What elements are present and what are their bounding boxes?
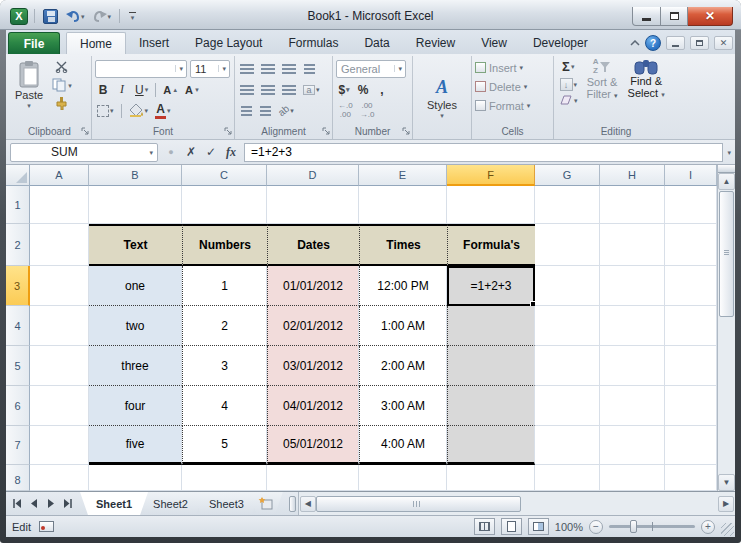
wrap-text-button[interactable] (301, 63, 317, 75)
cell[interactable] (665, 465, 717, 491)
find-select-button[interactable]: Find & Select ▾ (625, 58, 668, 107)
column-header-d[interactable]: D (267, 165, 359, 186)
column-header-c[interactable]: C (182, 165, 267, 186)
cell[interactable] (30, 426, 89, 465)
insert-worksheet-button[interactable] (249, 492, 283, 515)
horizontal-scrollbar[interactable]: ◀ ▶ (298, 492, 735, 515)
font-name-select[interactable]: ▾ (95, 60, 187, 78)
sheet-tab-sheet2[interactable]: Sheet2 (137, 492, 204, 515)
currency-format-button[interactable]: $▾ (336, 82, 352, 98)
autosum-button[interactable]: Σ▾ (557, 58, 580, 75)
column-header-h[interactable]: H (600, 165, 665, 186)
copy-button[interactable]: ▾ (50, 77, 74, 93)
resize-grip[interactable] (721, 523, 734, 536)
decrease-decimal-button[interactable]: .00→.0 (358, 101, 377, 121)
zoom-in-button[interactable]: + (701, 520, 715, 534)
maximize-button[interactable] (661, 7, 688, 26)
cell[interactable] (665, 306, 717, 346)
decrease-indent-button[interactable] (238, 105, 254, 117)
row-header-7[interactable]: 7 (6, 426, 30, 465)
cell[interactable] (30, 224, 89, 266)
cell[interactable] (89, 465, 182, 491)
cell[interactable] (600, 346, 665, 386)
cell-c6[interactable]: 4 (182, 386, 267, 426)
column-header-g[interactable]: G (535, 165, 600, 186)
cell-e3[interactable]: 12:00 PM (359, 266, 447, 306)
align-left-button[interactable] (238, 84, 256, 96)
cell-c3[interactable]: 1 (182, 266, 267, 306)
sheet-tab-sheet3[interactable]: Sheet3 (193, 492, 260, 515)
fill-color-button[interactable]: ▾ (127, 103, 151, 118)
tab-file[interactable]: File (8, 32, 60, 54)
increase-decimal-button[interactable]: ←.0.00 (336, 101, 355, 121)
cell-b4[interactable]: two (89, 306, 182, 346)
cell[interactable] (535, 386, 600, 426)
cell[interactable] (665, 186, 717, 224)
cell[interactable] (535, 266, 600, 306)
cell-b5[interactable]: three (89, 346, 182, 386)
row-header-3-selected[interactable]: 3 (6, 266, 30, 306)
alignment-dialog-launcher[interactable] (322, 125, 330, 137)
table-header-formulas[interactable]: Formula's (447, 224, 535, 266)
cell[interactable] (600, 426, 665, 465)
zoom-slider[interactable] (609, 525, 695, 528)
collapse-ribbon-button[interactable] (630, 40, 640, 46)
minimize-button[interactable] (632, 7, 661, 26)
tab-scrollbar-splitter[interactable] (289, 496, 296, 512)
row-header-1[interactable]: 1 (6, 186, 30, 224)
table-header-dates[interactable]: Dates (267, 224, 359, 266)
cell[interactable] (447, 465, 535, 491)
cell-e5[interactable]: 2:00 AM (359, 346, 447, 386)
column-header-i[interactable]: I (665, 165, 717, 186)
align-middle-button[interactable] (259, 63, 277, 75)
cut-button[interactable] (50, 60, 74, 74)
align-right-button[interactable] (280, 84, 298, 96)
align-bottom-button[interactable] (280, 63, 298, 75)
cell-e4[interactable]: 1:00 AM (359, 306, 447, 346)
cell-b7[interactable]: five (89, 426, 182, 465)
cell[interactable] (267, 186, 359, 224)
row-header-4[interactable]: 4 (6, 306, 30, 346)
tab-insert[interactable]: Insert (126, 32, 182, 54)
cell-d3[interactable]: 01/01/2012 (267, 266, 359, 306)
tab-formulas[interactable]: Formulas (275, 32, 351, 54)
cell-d7[interactable]: 05/01/2012 (267, 426, 359, 465)
cell-b3[interactable]: one (89, 266, 182, 306)
cell[interactable] (30, 346, 89, 386)
shrink-font-button[interactable]: A▼ (183, 83, 202, 97)
scroll-right-button[interactable]: ▶ (718, 496, 734, 512)
cell[interactable] (535, 306, 600, 346)
formula-input[interactable]: =1+2+3 (244, 143, 723, 162)
comma-format-button[interactable]: , (374, 82, 390, 98)
scroll-down-button[interactable]: ▼ (718, 474, 735, 491)
cell-c4[interactable]: 2 (182, 306, 267, 346)
cell-d5[interactable]: 03/01/2012 (267, 346, 359, 386)
bold-button[interactable]: B (95, 82, 111, 98)
cell-c7[interactable]: 5 (182, 426, 267, 465)
cell[interactable] (30, 306, 89, 346)
tab-review[interactable]: Review (403, 32, 468, 54)
macro-record-icon[interactable] (39, 521, 54, 532)
scroll-left-button[interactable]: ◀ (300, 496, 316, 512)
cell[interactable] (535, 346, 600, 386)
cell[interactable] (665, 426, 717, 465)
increase-indent-button[interactable] (257, 105, 273, 117)
cell-f4[interactable] (447, 306, 535, 346)
formula-options-button[interactable]: ● (162, 143, 180, 161)
cell[interactable] (600, 386, 665, 426)
expand-formula-bar-button[interactable]: ▾ (727, 149, 731, 156)
cell[interactable] (359, 186, 447, 224)
font-size-select[interactable]: 11▾ (190, 60, 230, 78)
italic-button[interactable]: I (114, 81, 130, 98)
excel-app-icon[interactable]: X (10, 8, 28, 25)
active-cell-f3[interactable]: =1+2+3 (447, 266, 535, 306)
orientation-button[interactable]: ab▾ (276, 104, 296, 117)
cell[interactable] (600, 186, 665, 224)
customize-qat-button[interactable]: ▾ (126, 11, 139, 22)
sheet-tab-sheet1[interactable]: Sheet1 (80, 492, 148, 515)
number-format-select[interactable]: General▾ (336, 60, 406, 78)
cell[interactable] (535, 426, 600, 465)
cell[interactable] (89, 186, 182, 224)
zoom-out-button[interactable]: − (589, 520, 603, 534)
align-top-button[interactable] (238, 63, 256, 75)
